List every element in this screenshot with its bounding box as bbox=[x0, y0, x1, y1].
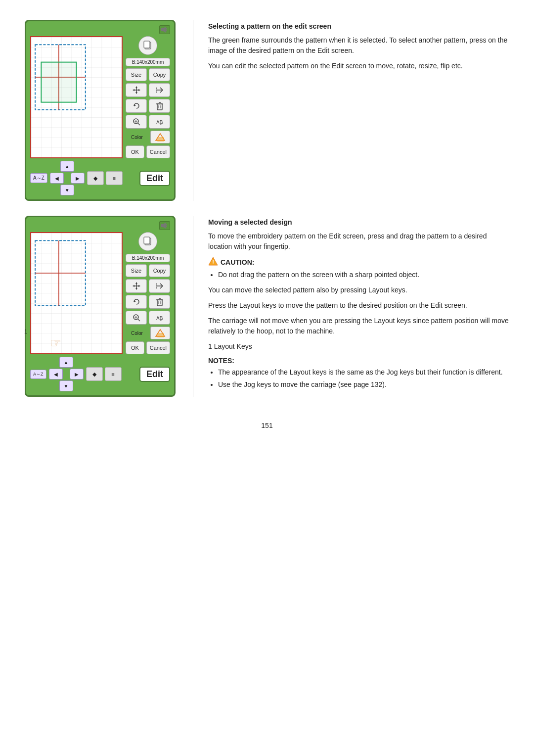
grid-svg-1 bbox=[31, 37, 122, 157]
nav-left-1[interactable]: ◀ bbox=[50, 173, 64, 184]
rotate-icon-2[interactable] bbox=[126, 295, 147, 309]
cancel-button-1[interactable]: Cancel bbox=[146, 145, 170, 158]
size-copy-row-2[interactable]: Size Copy bbox=[126, 264, 170, 277]
size-button-2[interactable]: Size bbox=[126, 264, 147, 277]
text-content-2: Moving a selected design To move the emb… bbox=[208, 216, 509, 395]
caution-list: Do not drag the pattern on the screen wi… bbox=[208, 270, 509, 280]
copy-button-1[interactable]: Copy bbox=[149, 68, 170, 81]
diamond-icon-1[interactable]: ◆ bbox=[87, 171, 104, 185]
move-icon-1[interactable] bbox=[126, 83, 147, 97]
az-button-1[interactable]: A～Z bbox=[30, 173, 47, 183]
ok-cancel-row-1[interactable]: OK Cancel bbox=[126, 145, 170, 158]
copy-button-2[interactable]: Copy bbox=[149, 264, 170, 277]
ok-button-2[interactable]: OK bbox=[126, 341, 144, 354]
notes-title: NOTES: bbox=[208, 357, 509, 365]
top-bar-2 bbox=[30, 221, 170, 230]
caution-label: CAUTION: bbox=[221, 258, 254, 266]
notes-bullet-1: The appearance of the Layout keys is the… bbox=[218, 367, 509, 378]
main-area-1: B:140x200mm Size Copy bbox=[30, 36, 170, 158]
ok-button-1[interactable]: OK bbox=[126, 145, 144, 158]
speaker-icon bbox=[159, 25, 170, 34]
section2-heading: Moving a selected design bbox=[208, 218, 509, 226]
color-icon-2[interactable] bbox=[150, 327, 170, 339]
svg-rect-18 bbox=[157, 104, 162, 110]
nav-up-1[interactable]: ▲ bbox=[60, 161, 74, 172]
svg-rect-8 bbox=[144, 41, 150, 48]
layers-icon-2[interactable]: ≡ bbox=[105, 367, 122, 381]
svg-line-54 bbox=[138, 319, 140, 321]
section2-para2: You can move the selected pattern also b… bbox=[208, 285, 509, 295]
dimension-label-1: B:140x200mm bbox=[126, 58, 170, 66]
svg-rect-48 bbox=[157, 300, 162, 306]
svg-rect-60 bbox=[157, 333, 164, 337]
svg-text:c: c bbox=[160, 122, 162, 126]
canvas-2: 1 ☞ bbox=[30, 232, 123, 354]
notes-bullet-2: Use the Jog keys to move the carriage (s… bbox=[218, 379, 509, 390]
notes-list: The appearance of the Layout keys is the… bbox=[208, 367, 509, 390]
svg-line-24 bbox=[138, 123, 140, 125]
grid-svg-2 bbox=[31, 233, 122, 353]
section2-para3: Press the Layout keys to move the patter… bbox=[208, 300, 509, 311]
section-2: 1 ☞ B:140x200mm Size bbox=[25, 216, 509, 397]
edit-button-1[interactable]: Edit bbox=[139, 171, 170, 186]
nav-right-1[interactable]: ▶ bbox=[71, 173, 85, 184]
bottom-bar-2: A～Z ▲ ◀ ▶ ▼ bbox=[30, 357, 170, 391]
nav-right-2[interactable]: ▶ bbox=[70, 369, 84, 379]
svg-marker-17 bbox=[134, 104, 136, 106]
svg-rect-6 bbox=[41, 62, 76, 102]
zoom-icon-2[interactable] bbox=[126, 311, 147, 325]
svg-marker-47 bbox=[134, 300, 136, 302]
caution-block: ! CAUTION: Do not drag the pattern on th… bbox=[208, 257, 509, 280]
icon-row-1c: ABc bbox=[126, 115, 170, 129]
color-row-2: Color bbox=[126, 327, 170, 339]
size-button-1[interactable]: Size bbox=[126, 68, 147, 81]
diamond-icon-2[interactable]: ◆ bbox=[86, 367, 103, 381]
svg-rect-30 bbox=[157, 137, 164, 142]
svg-marker-43 bbox=[133, 285, 134, 287]
svg-text:!: ! bbox=[212, 259, 214, 265]
label-1-marker: 1 bbox=[24, 329, 27, 334]
svg-rect-0 bbox=[161, 28, 163, 31]
edit-button-2[interactable]: Edit bbox=[139, 367, 170, 382]
caution-title: ! CAUTION: bbox=[208, 257, 509, 267]
ok-cancel-row-2[interactable]: OK Cancel bbox=[126, 341, 170, 354]
icon-row-2b bbox=[126, 295, 170, 309]
layers-icon-1[interactable]: ≡ bbox=[106, 171, 123, 185]
nav-left-2[interactable]: ◀ bbox=[49, 369, 63, 379]
cancel-button-2[interactable]: Cancel bbox=[146, 341, 170, 354]
bottom-icons-1: ◆ ≡ bbox=[87, 171, 137, 185]
text-icon-1[interactable]: ABc bbox=[149, 115, 170, 129]
nav-down-2[interactable]: ▼ bbox=[59, 380, 73, 391]
main-area-2: 1 ☞ B:140x200mm Size bbox=[30, 232, 170, 354]
svg-marker-1 bbox=[163, 27, 166, 33]
svg-marker-14 bbox=[138, 89, 140, 91]
speaker-icon-2 bbox=[159, 221, 170, 230]
section1-para2: You can edit the selected pattern on the… bbox=[208, 61, 509, 71]
delete-icon-1[interactable] bbox=[149, 99, 170, 113]
dimension-label-2: B:140x200mm bbox=[126, 254, 170, 262]
text-icon-2[interactable]: ABc bbox=[149, 311, 170, 325]
emb-screen-1: B:140x200mm Size Copy bbox=[25, 20, 176, 201]
nav-up-2[interactable]: ▲ bbox=[59, 357, 73, 368]
move-icon-2[interactable] bbox=[126, 279, 147, 293]
flip-icon-1[interactable] bbox=[149, 83, 170, 97]
section1-heading: Selecting a pattern on the edit screen bbox=[208, 22, 509, 30]
numbered-item-1: 1 Layout Keys bbox=[208, 341, 509, 352]
svg-text:AB: AB bbox=[156, 120, 163, 125]
az-button-2[interactable]: A～Z bbox=[30, 370, 46, 379]
flip-icon-2[interactable] bbox=[149, 279, 170, 293]
divider-1 bbox=[193, 20, 193, 201]
page-layout: B:140x200mm Size Copy bbox=[25, 20, 509, 429]
top-bar-1 bbox=[30, 25, 170, 34]
zoom-icon-1[interactable] bbox=[126, 115, 147, 129]
emb-screen-2: 1 ☞ B:140x200mm Size bbox=[25, 216, 176, 397]
size-copy-row-1[interactable]: Size Copy bbox=[126, 68, 170, 81]
color-row-1: Color bbox=[126, 131, 170, 143]
nav-down-1[interactable]: ▼ bbox=[60, 185, 74, 195]
delete-icon-2[interactable] bbox=[149, 295, 170, 309]
divider-2 bbox=[193, 216, 193, 397]
section2-para1: To move the embroidery pattern on the Ed… bbox=[208, 231, 509, 252]
color-icon-1[interactable] bbox=[150, 131, 170, 143]
rotate-icon-1[interactable] bbox=[126, 99, 147, 113]
section-1: B:140x200mm Size Copy bbox=[25, 20, 509, 201]
